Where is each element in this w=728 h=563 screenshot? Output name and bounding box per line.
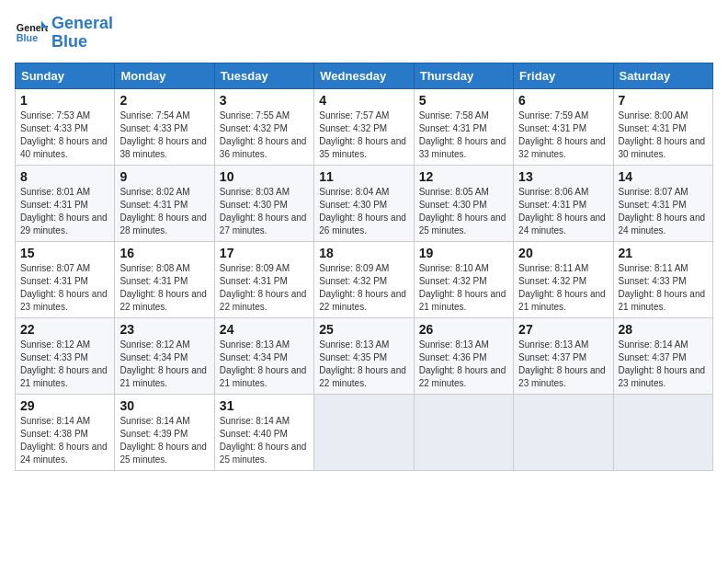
calendar-week-4: 22 Sunrise: 8:12 AMSunset: 4:33 PMDaylig… xyxy=(16,317,713,394)
day-info: Sunrise: 8:10 AMSunset: 4:32 PMDaylight:… xyxy=(419,262,508,314)
calendar-cell xyxy=(314,394,414,470)
day-number: 2 xyxy=(119,93,209,108)
calendar-cell: 8 Sunrise: 8:01 AMSunset: 4:31 PMDayligh… xyxy=(16,165,115,241)
day-number: 29 xyxy=(20,398,109,413)
day-info: Sunrise: 8:01 AMSunset: 4:31 PMDaylight:… xyxy=(20,186,109,237)
logo: General Blue General Blue xyxy=(15,15,113,52)
day-number: 30 xyxy=(119,398,209,413)
day-info: Sunrise: 8:00 AMSunset: 4:31 PMDaylight:… xyxy=(619,109,708,161)
page-header: General Blue General Blue xyxy=(15,15,713,52)
header-tuesday: Tuesday xyxy=(214,63,313,88)
day-number: 1 xyxy=(20,93,109,108)
day-number: 24 xyxy=(220,322,309,337)
day-number: 12 xyxy=(419,169,508,184)
day-info: Sunrise: 8:13 AMSunset: 4:34 PMDaylight:… xyxy=(220,339,309,390)
day-number: 22 xyxy=(20,322,109,337)
calendar-cell: 31 Sunrise: 8:14 AMSunset: 4:40 PMDaylig… xyxy=(214,394,313,470)
calendar-cell: 2 Sunrise: 7:54 AMSunset: 4:33 PMDayligh… xyxy=(115,88,214,165)
calendar-cell xyxy=(414,394,513,470)
day-info: Sunrise: 8:14 AMSunset: 4:40 PMDaylight:… xyxy=(220,415,309,466)
calendar-cell: 10 Sunrise: 8:03 AMSunset: 4:30 PMDaylig… xyxy=(214,165,313,241)
calendar-cell: 14 Sunrise: 8:07 AMSunset: 4:31 PMDaylig… xyxy=(613,165,712,241)
day-number: 8 xyxy=(20,169,109,184)
calendar-cell: 9 Sunrise: 8:02 AMSunset: 4:31 PMDayligh… xyxy=(115,165,214,241)
day-info: Sunrise: 8:04 AMSunset: 4:30 PMDaylight:… xyxy=(319,186,408,237)
day-info: Sunrise: 8:13 AMSunset: 4:37 PMDaylight:… xyxy=(518,339,608,390)
day-number: 23 xyxy=(119,322,209,337)
header-friday: Friday xyxy=(514,63,613,88)
header-wednesday: Wednesday xyxy=(314,63,414,88)
calendar-cell: 15 Sunrise: 8:07 AMSunset: 4:31 PMDaylig… xyxy=(16,241,115,317)
calendar-cell: 22 Sunrise: 8:12 AMSunset: 4:33 PMDaylig… xyxy=(16,317,115,394)
calendar-cell: 1 Sunrise: 7:53 AMSunset: 4:33 PMDayligh… xyxy=(16,88,115,165)
day-info: Sunrise: 7:58 AMSunset: 4:31 PMDaylight:… xyxy=(419,109,508,161)
calendar-header-row: SundayMondayTuesdayWednesdayThursdayFrid… xyxy=(16,63,713,88)
day-number: 19 xyxy=(419,246,508,260)
calendar-cell xyxy=(613,394,712,470)
day-number: 13 xyxy=(518,169,608,184)
day-number: 10 xyxy=(220,169,309,184)
day-info: Sunrise: 8:09 AMSunset: 4:31 PMDaylight:… xyxy=(220,262,309,314)
day-number: 14 xyxy=(619,169,708,184)
day-info: Sunrise: 7:54 AMSunset: 4:33 PMDaylight:… xyxy=(119,109,209,161)
day-info: Sunrise: 8:07 AMSunset: 4:31 PMDaylight:… xyxy=(619,186,708,237)
calendar-cell: 13 Sunrise: 8:06 AMSunset: 4:31 PMDaylig… xyxy=(514,165,613,241)
svg-text:Blue: Blue xyxy=(17,32,38,43)
day-info: Sunrise: 7:57 AMSunset: 4:32 PMDaylight:… xyxy=(319,109,408,161)
day-info: Sunrise: 8:09 AMSunset: 4:32 PMDaylight:… xyxy=(319,262,408,314)
day-number: 7 xyxy=(619,93,708,108)
day-info: Sunrise: 7:59 AMSunset: 4:31 PMDaylight:… xyxy=(518,109,608,161)
calendar-cell: 26 Sunrise: 8:13 AMSunset: 4:36 PMDaylig… xyxy=(414,317,513,394)
calendar-cell: 18 Sunrise: 8:09 AMSunset: 4:32 PMDaylig… xyxy=(314,241,414,317)
day-number: 28 xyxy=(619,322,708,337)
calendar-cell: 3 Sunrise: 7:55 AMSunset: 4:32 PMDayligh… xyxy=(214,88,313,165)
calendar-cell: 28 Sunrise: 8:14 AMSunset: 4:37 PMDaylig… xyxy=(613,317,712,394)
day-info: Sunrise: 8:12 AMSunset: 4:33 PMDaylight:… xyxy=(20,339,109,390)
day-number: 15 xyxy=(20,246,109,260)
day-number: 27 xyxy=(518,322,608,337)
day-number: 18 xyxy=(319,246,408,260)
calendar-cell: 27 Sunrise: 8:13 AMSunset: 4:37 PMDaylig… xyxy=(514,317,613,394)
calendar-cell: 19 Sunrise: 8:10 AMSunset: 4:32 PMDaylig… xyxy=(414,241,513,317)
calendar-cell: 6 Sunrise: 7:59 AMSunset: 4:31 PMDayligh… xyxy=(514,88,613,165)
day-number: 25 xyxy=(319,322,408,337)
day-number: 21 xyxy=(619,246,708,260)
calendar-cell: 25 Sunrise: 8:13 AMSunset: 4:35 PMDaylig… xyxy=(314,317,414,394)
calendar-cell: 23 Sunrise: 8:12 AMSunset: 4:34 PMDaylig… xyxy=(115,317,214,394)
header-sunday: Sunday xyxy=(16,63,115,88)
day-number: 16 xyxy=(119,246,209,260)
calendar-table: SundayMondayTuesdayWednesdayThursdayFrid… xyxy=(15,63,713,471)
calendar-cell: 24 Sunrise: 8:13 AMSunset: 4:34 PMDaylig… xyxy=(214,317,313,394)
day-info: Sunrise: 8:07 AMSunset: 4:31 PMDaylight:… xyxy=(20,262,109,314)
calendar-week-3: 15 Sunrise: 8:07 AMSunset: 4:31 PMDaylig… xyxy=(16,241,713,317)
day-number: 9 xyxy=(119,169,209,184)
day-info: Sunrise: 8:12 AMSunset: 4:34 PMDaylight:… xyxy=(119,339,209,390)
day-info: Sunrise: 8:13 AMSunset: 4:36 PMDaylight:… xyxy=(419,339,508,390)
calendar-week-5: 29 Sunrise: 8:14 AMSunset: 4:38 PMDaylig… xyxy=(16,394,713,470)
calendar-week-2: 8 Sunrise: 8:01 AMSunset: 4:31 PMDayligh… xyxy=(16,165,713,241)
calendar-cell xyxy=(514,394,613,470)
header-saturday: Saturday xyxy=(613,63,712,88)
calendar-cell: 5 Sunrise: 7:58 AMSunset: 4:31 PMDayligh… xyxy=(414,88,513,165)
day-number: 31 xyxy=(220,398,309,413)
day-info: Sunrise: 8:08 AMSunset: 4:31 PMDaylight:… xyxy=(119,262,209,314)
day-info: Sunrise: 8:03 AMSunset: 4:30 PMDaylight:… xyxy=(220,186,309,237)
logo-icon: General Blue xyxy=(15,17,48,50)
day-info: Sunrise: 7:53 AMSunset: 4:33 PMDaylight:… xyxy=(20,109,109,161)
day-number: 20 xyxy=(518,246,608,260)
calendar-cell: 29 Sunrise: 8:14 AMSunset: 4:38 PMDaylig… xyxy=(16,394,115,470)
day-info: Sunrise: 8:06 AMSunset: 4:31 PMDaylight:… xyxy=(518,186,608,237)
day-info: Sunrise: 8:11 AMSunset: 4:33 PMDaylight:… xyxy=(619,262,708,314)
calendar-cell: 20 Sunrise: 8:11 AMSunset: 4:32 PMDaylig… xyxy=(514,241,613,317)
day-info: Sunrise: 7:55 AMSunset: 4:32 PMDaylight:… xyxy=(220,109,309,161)
day-number: 11 xyxy=(319,169,408,184)
day-info: Sunrise: 8:14 AMSunset: 4:37 PMDaylight:… xyxy=(619,339,708,390)
day-number: 3 xyxy=(220,93,309,108)
day-number: 4 xyxy=(319,93,408,108)
calendar-cell: 11 Sunrise: 8:04 AMSunset: 4:30 PMDaylig… xyxy=(314,165,414,241)
day-info: Sunrise: 8:05 AMSunset: 4:30 PMDaylight:… xyxy=(419,186,508,237)
day-info: Sunrise: 8:13 AMSunset: 4:35 PMDaylight:… xyxy=(319,339,408,390)
day-info: Sunrise: 8:14 AMSunset: 4:39 PMDaylight:… xyxy=(119,415,209,466)
header-monday: Monday xyxy=(115,63,214,88)
day-number: 5 xyxy=(419,93,508,108)
